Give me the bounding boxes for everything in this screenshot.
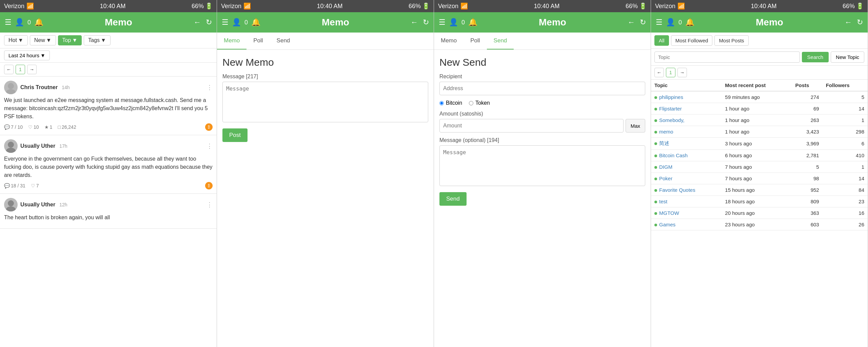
post-button[interactable]: Post xyxy=(222,128,248,142)
post-time-2: 12h xyxy=(59,202,67,207)
seg-tab-memo[interactable]: Memo xyxy=(217,33,246,49)
user-icon-3[interactable]: 👤 xyxy=(449,18,458,27)
time-2: 10:40 AM xyxy=(317,3,342,10)
topic-name-0[interactable]: philippines xyxy=(659,94,683,100)
message-label-2: Message [217] xyxy=(222,74,428,80)
next-page-btn-4[interactable]: → xyxy=(677,68,687,77)
bell-icon-1[interactable]: 🔔 xyxy=(34,18,43,27)
status-left-4: Verizon 📶 xyxy=(655,2,685,10)
post-time-0: 14h xyxy=(62,85,70,90)
next-page-btn-1[interactable]: → xyxy=(27,65,37,74)
search-button[interactable]: Search xyxy=(802,52,829,62)
refresh-icon-3[interactable]: ↻ xyxy=(640,18,646,27)
comments-1[interactable]: 💬 18 / 31 xyxy=(4,183,25,188)
post-header-2: Usually Uther 12h ⋮ xyxy=(4,198,213,211)
post-menu-icon-0[interactable]: ⋮ xyxy=(206,84,213,91)
topics-pagination: ← 1 → xyxy=(651,66,868,80)
comments-0[interactable]: 💬 7 / 10 xyxy=(4,124,23,130)
followers-count-3: 298 xyxy=(823,126,868,138)
status-right-3: 66% 🔋 xyxy=(626,2,647,10)
time-filter-btn[interactable]: Last 24 hours ▼ xyxy=(4,50,50,60)
seg-tab-poll-3[interactable]: Poll xyxy=(463,33,487,49)
author-name-2[interactable]: Usually Uther xyxy=(20,202,55,208)
refresh-icon-1[interactable]: ↻ xyxy=(206,18,212,27)
all-tab[interactable]: All xyxy=(654,35,669,46)
topic-name-1[interactable]: Flipstarter xyxy=(659,106,682,111)
topic-name-7[interactable]: Poker xyxy=(659,176,672,181)
battery-icon-2: 🔋 xyxy=(422,2,430,10)
back-icon-2[interactable]: ← xyxy=(411,18,418,27)
seg-tab-poll[interactable]: Poll xyxy=(246,33,270,49)
bitcoin-radio-label[interactable]: Bitcoin xyxy=(439,100,462,106)
topic-name-9[interactable]: test xyxy=(659,199,667,204)
notification-badge-2: 0 xyxy=(244,19,248,26)
seg-tab-send[interactable]: Send xyxy=(270,33,297,49)
posts-count-11: 603 xyxy=(792,219,823,230)
new-topic-button[interactable]: New Topic xyxy=(831,52,864,63)
user-icon-2[interactable]: 👤 xyxy=(232,18,241,27)
hot-tab[interactable]: Hot ▼ xyxy=(4,35,28,45)
topic-name-10[interactable]: MGTOW xyxy=(659,210,679,216)
new-tab[interactable]: New ▼ xyxy=(30,35,56,45)
stars-0[interactable]: ★ 1 xyxy=(44,124,53,130)
author-name-1[interactable]: Usually Uther xyxy=(20,143,55,149)
topic-name-8[interactable]: Favorite Quotes xyxy=(659,187,695,193)
author-name-0[interactable]: Chris Troutner xyxy=(20,84,58,90)
posts-count-10: 363 xyxy=(792,207,823,219)
hamburger-icon-2[interactable]: ☰ xyxy=(222,18,229,27)
nav-right-1: ← ↻ xyxy=(194,18,212,27)
tags-tab[interactable]: Tags ▼ xyxy=(84,35,111,45)
post-menu-icon-2[interactable]: ⋮ xyxy=(206,201,213,208)
most-followed-tab[interactable]: Most Followed xyxy=(671,35,713,46)
panel-topics: Verizon 📶 10:40 AM 66% 🔋 ☰ 👤 0 🔔 Memo ← … xyxy=(651,0,868,347)
bell-icon-4[interactable]: 🔔 xyxy=(685,18,694,27)
most-posts-tab[interactable]: Most Posts xyxy=(714,35,748,46)
recipient-label: Recipient xyxy=(439,74,645,80)
likes-1[interactable]: ♡ 7 xyxy=(31,183,39,188)
refresh-icon-4[interactable]: ↻ xyxy=(857,18,863,27)
seg-tab-memo-3[interactable]: Memo xyxy=(434,33,463,49)
message-textarea[interactable] xyxy=(222,82,428,122)
hamburger-icon-4[interactable]: ☰ xyxy=(656,18,663,27)
post-menu-icon-1[interactable]: ⋮ xyxy=(206,142,213,150)
likes-0[interactable]: ♡ 10 xyxy=(28,124,39,130)
topic-search-input[interactable] xyxy=(654,52,800,63)
topic-name-3[interactable]: memo xyxy=(659,129,673,135)
followers-count-5: 410 xyxy=(823,150,868,161)
bell-icon-2[interactable]: 🔔 xyxy=(251,18,260,27)
amount-input[interactable] xyxy=(439,119,624,132)
hamburger-icon-3[interactable]: ☰ xyxy=(439,18,446,27)
time-3: 10:40 AM xyxy=(534,3,559,10)
send-button[interactable]: Send xyxy=(439,192,467,206)
topic-name-5[interactable]: Bitcoin Cash xyxy=(659,152,688,158)
user-icon-4[interactable]: 👤 xyxy=(666,18,675,27)
status-bar-2: Verizon 📶 10:40 AM 66% 🔋 xyxy=(217,0,434,12)
time-4: 10:40 AM xyxy=(751,3,776,10)
back-icon-4[interactable]: ← xyxy=(845,18,852,27)
topic-name-2[interactable]: Somebody, xyxy=(659,117,685,123)
optional-message-label: Message (optional) [194] xyxy=(439,137,645,143)
prev-page-btn-1[interactable]: ← xyxy=(4,65,14,74)
token-radio-label[interactable]: Token xyxy=(469,100,490,106)
topic-name-6[interactable]: DIGM xyxy=(659,164,672,170)
send-message-textarea[interactable] xyxy=(439,145,645,186)
posts-count-2: 263 xyxy=(792,115,823,126)
bell-icon-3[interactable]: 🔔 xyxy=(468,18,477,27)
back-icon-3[interactable]: ← xyxy=(628,18,635,27)
topic-name-4[interactable]: 简述 xyxy=(659,140,669,146)
user-icon-1[interactable]: 👤 xyxy=(15,18,24,27)
status-bar-1: Verizon 📶 10:40 AM 66% 🔋 xyxy=(0,0,217,12)
bitcoin-radio[interactable] xyxy=(439,101,444,105)
top-tab[interactable]: Top ▼ xyxy=(58,35,82,45)
hamburger-icon-1[interactable]: ☰ xyxy=(5,18,12,27)
address-input[interactable] xyxy=(439,82,645,95)
compose-title: New Memo xyxy=(222,57,428,68)
carrier-2: Verizon xyxy=(221,3,241,10)
max-button[interactable]: Max xyxy=(626,119,645,132)
topic-name-11[interactable]: Games xyxy=(659,222,675,227)
back-icon-1[interactable]: ← xyxy=(194,18,201,27)
refresh-icon-2[interactable]: ↻ xyxy=(423,18,429,27)
prev-page-btn-4[interactable]: ← xyxy=(654,68,664,77)
token-radio[interactable] xyxy=(469,101,473,105)
seg-tab-send-3[interactable]: Send xyxy=(487,33,514,49)
